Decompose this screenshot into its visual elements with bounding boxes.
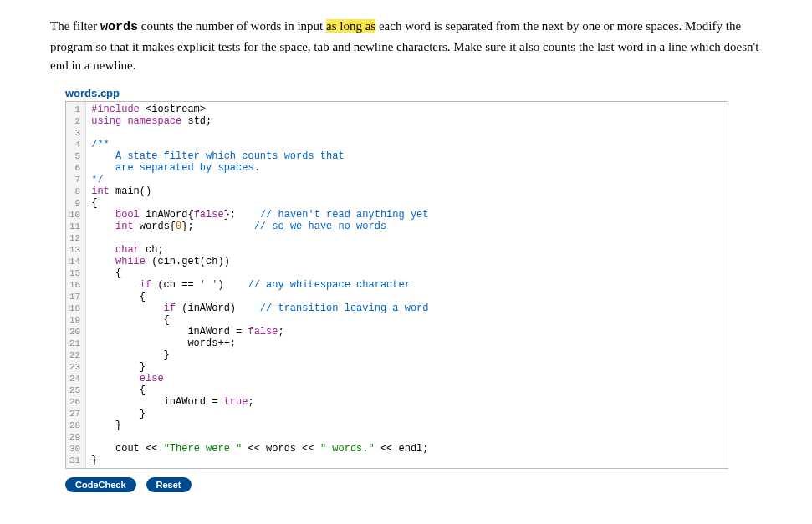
code-line[interactable]: else [91,373,723,384]
reset-button[interactable]: Reset [146,477,192,492]
code-line[interactable]: int words{0}; // so we have no words [91,221,723,232]
line-number: 18 [69,303,80,314]
code-line[interactable]: } [91,349,723,361]
line-number: 21 [69,338,80,349]
line-number: 22 [69,349,80,361]
code-area[interactable]: #include <iostream>using namespace std;/… [86,102,728,468]
line-number: 14 [69,256,80,267]
line-number: 28 [69,420,80,431]
code-line[interactable]: { [91,314,723,326]
code-line[interactable]: inAWord = true; [91,396,723,408]
code-line[interactable]: while (cin.get(ch)) [91,256,723,267]
code-line[interactable]: char ch; [91,244,723,256]
code-line[interactable]: } [91,420,723,431]
line-number: 27 [69,408,80,420]
code-line[interactable]: #include <iostream> [91,104,723,115]
code-line[interactable] [91,431,723,443]
code-line[interactable]: int main() [91,186,723,197]
line-number: 19 [69,314,80,326]
line-number: 23 [69,361,80,373]
instr-code: words [100,20,138,34]
code-editor[interactable]: 1234567891011121314151617181920212223242… [65,101,728,469]
line-number: 25 [69,384,80,396]
instr-text-2: counts the number of words in input [138,19,326,33]
line-number: 26 [69,396,80,408]
line-number: 7 [69,174,80,186]
problem-instructions: The filter words counts the number of wo… [50,17,762,75]
filename-label: words.cpp [50,87,762,99]
line-number: 17 [69,291,80,303]
line-number: 15 [69,267,80,279]
code-line[interactable]: words++; [91,338,723,349]
code-line[interactable]: { [91,197,723,209]
code-line[interactable]: inAWord = false; [91,326,723,338]
line-number: 13 [69,244,80,256]
line-number: 31 [69,455,80,466]
code-line[interactable]: /** [91,139,723,150]
code-line[interactable]: { [91,291,723,303]
line-number: 9 [69,197,80,209]
line-number: 11 [69,221,80,232]
code-line[interactable]: bool inAWord{false}; // haven't read any… [91,209,723,221]
line-number: 20 [69,326,80,338]
line-number: 10 [69,209,80,221]
code-line[interactable]: if (ch == ' ') // any whitespace charact… [91,279,723,291]
code-line[interactable]: */ [91,174,723,186]
code-line[interactable]: using namespace std; [91,115,723,127]
line-number: 4 [69,139,80,150]
code-line[interactable]: { [91,267,723,279]
code-line[interactable]: } [91,361,723,373]
code-line[interactable]: are separated by spaces. [91,162,723,174]
line-number: 29 [69,431,80,443]
line-number: 12 [69,232,80,244]
code-line[interactable]: } [91,455,723,466]
line-number: 8 [69,186,80,197]
line-number: 1 [69,104,80,115]
code-line[interactable]: A state filter which counts words that [91,150,723,162]
code-line[interactable]: { [91,384,723,396]
instr-highlight: as long as [326,19,375,33]
instr-text-1: The filter [50,19,100,33]
line-number-gutter: 1234567891011121314151617181920212223242… [66,102,86,468]
code-line[interactable] [91,127,723,139]
line-number: 30 [69,443,80,455]
line-number: 6 [69,162,80,174]
codecheck-button[interactable]: CodeCheck [65,477,136,492]
button-row: CodeCheck Reset [65,477,762,492]
line-number: 24 [69,373,80,384]
code-line[interactable]: if (inAWord) // transition leaving a wor… [91,303,723,314]
line-number: 2 [69,115,80,127]
code-line[interactable] [91,232,723,244]
line-number: 3 [69,127,80,139]
line-number: 16 [69,279,80,291]
line-number: 5 [69,150,80,162]
code-line[interactable]: } [91,408,723,420]
code-line[interactable]: cout << "There were " << words << " word… [91,443,723,455]
